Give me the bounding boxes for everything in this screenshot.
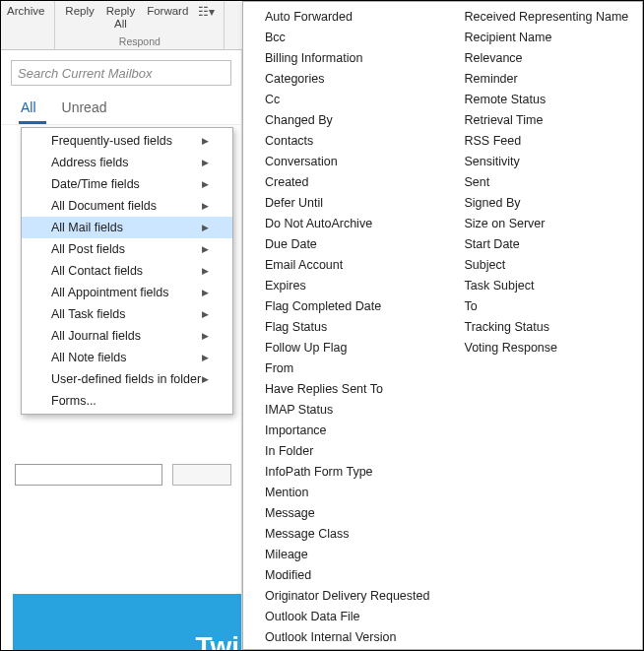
forward-button[interactable]: Forward [141,3,194,18]
mail-field-item[interactable]: Message [243,502,443,523]
chevron-right-icon: ▶ [202,266,209,276]
forward-label: Forward [147,5,188,18]
field-category-label: User-defined fields in folder [51,372,201,386]
mail-field-item[interactable]: Defer Until [243,192,443,213]
field-category-item[interactable]: Forms... [22,390,232,412]
mail-field-item[interactable]: From [243,358,443,378]
mail-field-item[interactable]: Subject [443,254,643,275]
field-category-item[interactable]: User-defined fields in folder▶ [22,368,232,390]
reply-all-button[interactable]: Reply All [100,3,141,31]
mail-field-item[interactable]: Start Date [443,233,643,254]
field-category-label: All Journal fields [51,329,141,343]
chevron-right-icon: ▶ [202,201,209,211]
mail-field-item[interactable]: Follow Up Flag [243,337,443,358]
mail-fields-col-2: Received Representing NameRecipient Name… [443,2,643,649]
mail-field-item[interactable]: Importance [243,420,443,440]
mail-field-item[interactable]: Flag Status [243,316,443,337]
field-category-label: Address fields [51,156,129,169]
mail-field-item[interactable]: Mention [243,482,443,502]
field-category-item[interactable]: All Appointment fields▶ [22,282,232,303]
tab-unread[interactable]: Unread [60,96,117,124]
mail-field-item[interactable]: Sent [443,171,643,192]
more-respond-icon[interactable]: ☷▾ [194,3,218,21]
mail-field-item[interactable]: Outlook Data File [243,606,443,626]
mail-field-item[interactable]: Cc [243,89,443,109]
mail-field-item[interactable]: Size on Server [443,213,643,233]
mail-field-item[interactable]: Voting Response [443,337,643,358]
field-category-label: Forms... [51,394,97,408]
mail-field-item[interactable]: Mileage [243,544,443,564]
mail-field-item[interactable]: Retrieval Time [443,109,643,130]
field-category-item[interactable]: All Post fields▶ [22,238,232,260]
mail-field-item[interactable]: Recipient Name [443,27,643,47]
mail-field-item[interactable]: Bcc [243,27,443,47]
mail-field-item[interactable]: Categories [243,68,443,89]
field-text-input[interactable] [15,464,162,486]
archive-label: Archive [7,5,44,18]
mail-field-item[interactable]: InfoPath Form Type [243,461,443,482]
field-category-item[interactable]: All Mail fields▶ [22,217,232,238]
mail-field-item[interactable]: Relevance [443,47,643,68]
mail-field-item[interactable]: Flag Completed Date [243,295,443,316]
mail-field-item[interactable]: RSS Feed [443,130,643,151]
mail-field-item[interactable]: Contacts [243,130,443,151]
reply-label: Reply [65,5,94,18]
blue-banner: Twi [13,594,241,651]
mail-field-item[interactable]: In Folder [243,440,443,461]
mail-field-item[interactable]: Changed By [243,109,443,130]
field-category-item[interactable]: All Contact fields▶ [22,260,232,282]
field-category-label: All Task fields [51,307,126,321]
mail-fields-col-1: Auto ForwardedBccBilling InformationCate… [243,2,443,649]
field-action-button[interactable] [172,464,231,486]
field-category-item[interactable]: All Document fields▶ [22,195,232,217]
chevron-right-icon: ▶ [202,374,209,384]
mail-field-item[interactable]: Originator Delivery Requested [243,585,443,606]
reply-button[interactable]: Reply [59,3,99,18]
tab-all[interactable]: All [19,96,46,124]
reply-all-label-2: All [106,18,135,31]
chevron-right-icon: ▶ [202,244,209,254]
field-category-label: All Note fields [51,351,126,364]
mail-field-item[interactable]: Expires [243,275,443,295]
mail-field-item[interactable]: Auto Forwarded [243,6,443,27]
search-input[interactable]: Search Current Mailbox [11,60,231,86]
chevron-right-icon: ▶ [202,353,209,362]
mail-field-item[interactable]: Outlook Internal Version [243,626,443,647]
mail-field-item[interactable]: Signed By [443,192,643,213]
field-category-menu: Frequently-used fields▶Address fields▶Da… [21,127,233,415]
chevron-right-icon: ▶ [202,288,209,297]
field-category-item[interactable]: All Journal fields▶ [22,325,232,347]
field-category-item[interactable]: Frequently-used fields▶ [22,130,232,152]
mail-field-item[interactable]: Received Representing Name [443,6,643,27]
mail-field-item[interactable]: Tracking Status [443,316,643,337]
mail-field-item[interactable]: Do Not AutoArchive [243,213,443,233]
mail-field-item[interactable]: Created [243,171,443,192]
mail-field-item[interactable]: Email Account [243,254,443,275]
chevron-right-icon: ▶ [202,309,209,319]
mail-field-item[interactable]: Remote Status [443,89,643,109]
mail-field-item[interactable]: To [443,295,643,316]
mail-field-item[interactable]: Billing Information [243,47,443,68]
chevron-right-icon: ▶ [202,179,209,189]
mail-field-item[interactable]: Modified [243,564,443,585]
field-category-item[interactable]: All Note fields▶ [22,347,232,368]
chevron-right-icon: ▶ [202,223,209,232]
mail-field-item[interactable]: Have Replies Sent To [243,378,443,399]
mail-field-item[interactable]: Task Subject [443,275,643,295]
mail-field-item[interactable]: Outlook Version [243,647,443,651]
archive-button[interactable]: Archive [1,3,50,18]
filter-tabs: All Unread [1,96,241,125]
mail-field-item[interactable]: Reminder [443,68,643,89]
mail-field-item[interactable]: IMAP Status [243,399,443,420]
field-input-row [15,464,231,486]
mail-field-item[interactable]: Message Class [243,523,443,544]
field-category-label: All Mail fields [51,221,123,234]
field-category-label: Date/Time fields [51,177,140,191]
field-category-item[interactable]: All Task fields▶ [22,303,232,325]
mail-field-item[interactable]: Due Date [243,233,443,254]
mail-field-item[interactable]: Sensitivity [443,151,643,171]
mail-field-item[interactable]: Conversation [243,151,443,171]
field-category-item[interactable]: Address fields▶ [22,152,232,173]
field-category-label: All Document fields [51,199,157,213]
field-category-item[interactable]: Date/Time fields▶ [22,173,232,195]
